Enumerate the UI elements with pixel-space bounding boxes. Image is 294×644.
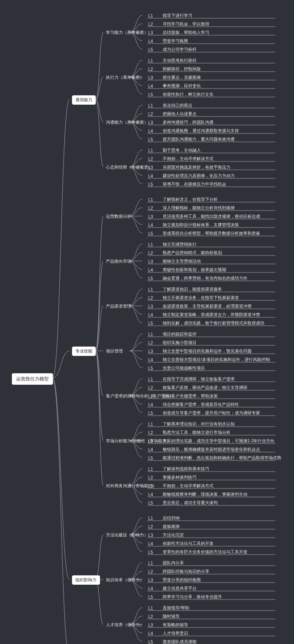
- leaf-level: L2: [148, 475, 155, 480]
- sub-label: 客户需求的调研与分析（客户导向）: [106, 393, 174, 399]
- leaf-row: L5能通过精准判断、杰出策划和精确执行，帮助产品取得市场优势: [148, 455, 281, 461]
- leaf-text: 营造学习氛围: [163, 38, 188, 44]
- leaf-level: L4: [148, 492, 155, 497]
- sub-label: 项目管理: [106, 348, 123, 354]
- leaf-level: L4: [148, 223, 155, 228]
- sub-label: 对外商务沟通（市场能力）: [106, 483, 157, 489]
- leaf-level: L5: [148, 47, 155, 52]
- leaf-text: 主动思考执行路径: [163, 58, 197, 64]
- leaf-text: 把握他人论述要点: [163, 111, 197, 117]
- leaf-row: L5荣辱不惊，在困难压力中寻找机会: [148, 181, 226, 187]
- leaf-row: L4能敏锐观察并判断，现场决策，掌握谈判主动: [148, 491, 247, 497]
- leaf-row: L5成为公司学习标杆: [148, 47, 197, 53]
- root-node: 运营胜任力模型: [12, 373, 53, 385]
- sub-label: 运营数据分析: [106, 214, 131, 219]
- leaf-text: 随时辅导: [163, 613, 180, 619]
- leaf-text: 创造沟通氛围，通过沟通获取资源与支持: [163, 128, 239, 134]
- leaf-text: 创造性执行，树立执行文化: [163, 92, 214, 97]
- leaf-text: 组织实施小型项目: [163, 340, 197, 346]
- leaf-level: L2: [148, 206, 155, 211]
- sub-label: 人才培养（领导力）: [106, 622, 144, 628]
- leaf-text: 有策略的辅导: [163, 622, 188, 628]
- leaf-row: L4独立制定渠道策略，形成渠道合力，并预防渠道冲突: [148, 312, 260, 318]
- leaf-level: L4: [148, 313, 155, 317]
- leaf-row: L2熟悉产品营销模式，能协助策划: [148, 250, 222, 256]
- leaf-text: 团队内分享: [163, 560, 184, 566]
- leaf-text: 勤于思考，主动融入: [163, 147, 201, 153]
- leaf-text: 方法论沉淀: [163, 532, 184, 538]
- leaf-text: 项目的跟踪和监控: [163, 331, 197, 337]
- leaf-level: L3: [148, 349, 155, 354]
- leaf-level: L5: [148, 182, 155, 187]
- leaf-text: 了解渠道知识，能提供渠道服务: [163, 286, 222, 292]
- leaf-row: L2熟悉方法工具，能独立进行市场分析: [148, 430, 230, 436]
- leaf-row: L4综合把握客户需求，形成差异化产品特性: [148, 402, 239, 408]
- leaf-level: L1: [148, 332, 155, 337]
- leaf-row: L2跨团队经验与知识的分享: [148, 569, 209, 575]
- leaf-text: 负责公司级战略性项目: [163, 365, 205, 371]
- leaf-level: L2: [148, 386, 155, 390]
- leaf-level: L1: [148, 197, 155, 202]
- leaf-row: L3改进渠道政策，主导拓展新渠道，处理渠道冲突: [148, 303, 252, 309]
- leaf-text: 总结归纳: [163, 515, 180, 521]
- leaf-level: L1: [148, 516, 155, 521]
- leaf-row: L3灵活使用多种工具，能找出隐含规律，推动目标达成: [148, 214, 260, 219]
- leaf-level: L2: [148, 296, 155, 300]
- leaf-level: L3: [148, 578, 155, 583]
- leaf-text: 提升团队沟通能力，重大问题有效沟通: [163, 136, 235, 142]
- leaf-text: 熟悉产品营销模式，能协助策划: [163, 250, 222, 256]
- leaf-level: L2: [148, 525, 155, 529]
- leaf-text: 独立负责较大型项目/多项目的实施和运作，进行风险控制: [163, 357, 270, 363]
- leaf-text: 创新性方法论与工具的开发: [163, 541, 214, 547]
- leaf-text: 能敏锐观察并判断，现场决策，掌握谈判主动: [163, 491, 247, 497]
- leaf-row: L3方法论沉淀: [148, 532, 184, 538]
- leaf-level: L5: [148, 411, 155, 416]
- leaf-row: L1总结归纳: [148, 515, 180, 521]
- leaf-level: L3: [148, 533, 155, 538]
- leaf-text: 熟悉方法工具，能独立进行市场分析: [163, 430, 230, 436]
- leaf-row: L2随时辅导: [148, 613, 180, 619]
- leaf-level: L2: [148, 341, 155, 345]
- leaf-row: L1了解基本理论知识，对行业有初步认知: [148, 421, 235, 427]
- leaf-row: L4人才培养意识: [148, 630, 188, 636]
- leaf-level: L1: [148, 103, 155, 108]
- sub-label: 执行力（基本素质）: [106, 75, 144, 80]
- leaf-level: L3: [148, 120, 155, 125]
- leaf-level: L2: [148, 251, 155, 255]
- leaf-text: 跨界学习与分享，推动专业提升: [163, 594, 222, 600]
- leaf-row: L4创造沟通氛围，通过沟通获取资源与支持: [148, 128, 239, 134]
- leaf-level: L5: [148, 366, 155, 371]
- leaf-text: 表达自己的观点: [163, 103, 192, 108]
- leaf-text: 融会贯通，跨界营销，有业内知名的成功力作: [163, 275, 247, 281]
- leaf-text: 建设性处理压力及困难，化压力为动力: [163, 173, 235, 179]
- leaf-level: L2: [148, 157, 155, 161]
- leaf-text: 直接指导/帮助: [163, 605, 189, 611]
- leaf-text: 抓住重点，克服困难: [163, 75, 201, 80]
- leaf-row: L1了解渠道知识，能提供渠道服务: [148, 286, 222, 292]
- leaf-level: L2: [148, 430, 155, 435]
- leaf-text: 成为公司学习标杆: [163, 47, 197, 53]
- leaf-row: L5独到见解，成功实践，敢于推行新管理模式并取得成功: [148, 320, 264, 326]
- leaf-row: L2寻找学习机会，学以致用: [148, 21, 209, 27]
- leaf-text: 能通过精准判断、杰出策划和精确执行，帮助产品取得市场优势: [163, 455, 281, 461]
- leaf-row: L5创造或引导客户需求，提升用户粘性；成为调研专家: [148, 410, 260, 416]
- sub-label: 市场分析能力/前瞻性（市场能力）: [106, 438, 171, 444]
- leaf-level: L4: [148, 84, 155, 89]
- leaf-text: 了解指标含义，在指导下分析: [163, 197, 218, 203]
- leaf-level: L5: [148, 137, 155, 142]
- leaf-level: L1: [148, 422, 155, 427]
- leaf-level: L1: [148, 148, 155, 153]
- leaf-row: L3能独立主导营销活动: [148, 258, 201, 264]
- leaf-level: L2: [148, 67, 155, 72]
- leaf-row: L1表达自己的观点: [148, 103, 192, 108]
- leaf-row: L2掌握多种谈判技巧: [148, 475, 197, 480]
- leaf-row: L4独立规划和设计指标体系，支撑管理决策: [148, 222, 239, 228]
- leaf-level: L1: [148, 14, 155, 18]
- leaf-row: L4突破性创新和策划，效果超出预期: [148, 267, 226, 273]
- leaf-row: L5意志坚忍，成功主导重大谈判: [148, 500, 218, 506]
- leaf-text: 灵活使用多种工具，能找出隐含规律，推动目标达成: [163, 214, 260, 219]
- leaf-text: 变革性的有巨大业务价值的方法论与工具开发: [163, 549, 247, 555]
- leaf-level: L4: [148, 631, 155, 636]
- leaf-level: L5: [148, 456, 155, 461]
- leaf-level: L4: [148, 174, 155, 178]
